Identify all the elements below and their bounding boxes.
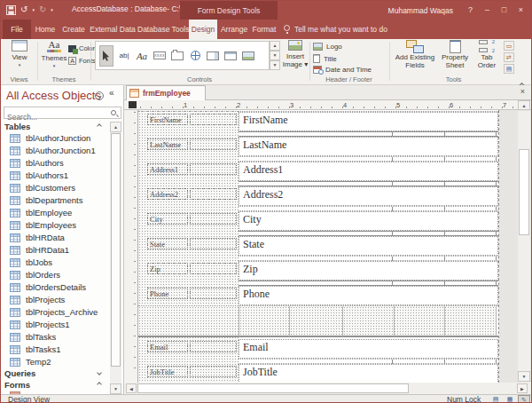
close-document-icon[interactable]: × <box>520 87 525 96</box>
empty-grid-box[interactable] <box>190 288 237 299</box>
empty-grid-box[interactable] <box>190 163 237 175</box>
nav-table-item[interactable]: tblAuthors1 <box>1 170 109 182</box>
view-button[interactable]: View ▾ <box>4 40 35 67</box>
nav-scrollbar[interactable]: ▲ ▼ <box>110 122 121 394</box>
insert-image-button[interactable]: Insert Image ▾ <box>282 40 309 68</box>
nav-scrollbar-thumb[interactable] <box>111 133 121 367</box>
tab-arrange[interactable]: Arrange <box>219 20 249 39</box>
nav-table-item[interactable]: tblEmployees <box>1 219 109 232</box>
nav-table-item[interactable]: tblHRData <box>1 232 109 244</box>
add-existing-fields-button[interactable]: Add Existing Fields <box>395 40 435 69</box>
property-sheet-button[interactable]: Property Sheet <box>438 40 472 69</box>
form-detail-section[interactable]: FirstName FirstName LastName LastName Ad… <box>138 110 499 383</box>
field-textbox[interactable]: Address1 <box>239 162 498 181</box>
field-textbox[interactable]: FirstName <box>239 112 498 131</box>
gallery-down-icon[interactable]: ▼ <box>270 51 280 60</box>
nav-table-item[interactable]: tblHRData1 <box>1 244 109 257</box>
web-browser-control[interactable] <box>223 45 238 67</box>
empty-grid-box[interactable] <box>190 138 237 150</box>
nav-table-item[interactable]: Temp2 <box>1 356 109 368</box>
help-button[interactable]: ? <box>464 3 477 18</box>
field-textbox[interactable]: Phone <box>239 286 498 305</box>
field-label-box[interactable]: City <box>147 213 188 225</box>
scroll-right-icon[interactable]: ▶ <box>517 383 528 393</box>
save-icon[interactable] <box>6 5 16 15</box>
undo-icon[interactable]: ↺ <box>20 4 27 16</box>
scroll-up-icon[interactable]: ▲ <box>518 100 530 110</box>
date-time-button[interactable]: Date and Time <box>313 66 372 74</box>
search-box[interactable] <box>4 107 121 119</box>
datasheet-view-icon[interactable]: ▦ <box>504 395 516 403</box>
title-button[interactable]: Title <box>313 54 337 63</box>
tell-me-box[interactable]: Tell me what you want to do <box>294 20 387 39</box>
tab-create[interactable]: Create <box>59 20 88 39</box>
nav-table-item[interactable]: tblAuthorJunction <box>1 132 109 145</box>
maximize-button[interactable]: □ <box>497 3 511 18</box>
field-textbox[interactable]: Address2 <box>239 186 498 206</box>
field-label-box[interactable]: Zip <box>147 263 188 274</box>
field-label-box[interactable]: LastName <box>147 138 188 150</box>
field-label-box[interactable]: State <box>147 238 188 249</box>
nav-table-item[interactable]: tblCustomers <box>1 182 109 194</box>
field-label-box[interactable]: Address2 <box>147 188 188 200</box>
empty-grid-box[interactable] <box>190 341 237 352</box>
design-view-icon[interactable]: ✎ <box>518 395 530 403</box>
logo-button[interactable]: Logo <box>313 43 342 51</box>
field-label-box[interactable]: Address1 <box>147 163 188 175</box>
navigation-control[interactable] <box>241 45 255 67</box>
view-code-icon[interactable]: ▤ <box>504 64 514 74</box>
nav-group-forms[interactable]: Forms <box>4 380 98 391</box>
tab-home[interactable]: Home <box>33 20 58 39</box>
field-textbox[interactable]: City <box>239 211 498 231</box>
select-pointer-control[interactable] <box>99 45 113 67</box>
nav-table-item[interactable]: tblOrdersDetails <box>1 281 109 294</box>
shutter-bar-close-icon[interactable]: « <box>109 88 114 98</box>
account-name[interactable]: Muhammad Waqas <box>388 6 453 15</box>
scroll-left-icon[interactable]: ◀ <box>126 383 137 393</box>
nav-table-item[interactable]: tblTasks1 <box>1 344 109 356</box>
scroll-down-icon[interactable]: ▼ <box>110 383 121 394</box>
minimize-button[interactable]: – <box>481 3 494 18</box>
nav-table-item[interactable]: tblTasks <box>1 331 109 344</box>
field-textbox[interactable]: Zip <box>239 261 498 281</box>
hyperlink-control[interactable] <box>188 45 202 67</box>
text-box-control[interactable]: ab| <box>117 45 131 67</box>
gallery-up-icon[interactable]: ▲ <box>270 41 280 51</box>
document-tab-frmEmployee[interactable]: frmEmployee <box>126 85 206 100</box>
nav-table-item[interactable]: tblEmployee <box>1 207 109 219</box>
form-view-icon[interactable]: ▤ <box>489 395 502 403</box>
nav-table-item[interactable]: tblJobs <box>1 257 109 269</box>
scroll-down-icon[interactable]: ▼ <box>518 371 530 382</box>
form-selector-box[interactable] <box>129 101 137 108</box>
field-label-box[interactable]: FirstName <box>147 114 188 125</box>
empty-grid-box[interactable] <box>190 263 237 274</box>
horizontal-scrollbar[interactable]: ◀ ▶ <box>124 383 531 394</box>
empty-grid-box[interactable] <box>190 114 237 125</box>
vertical-scrollbar[interactable]: ▼ <box>518 111 530 383</box>
field-textbox[interactable]: LastName <box>239 137 498 156</box>
subform-icon[interactable]: ▭ <box>504 41 514 51</box>
field-textbox[interactable]: Email <box>239 339 498 359</box>
scroll-up-icon[interactable]: ▲ <box>110 122 121 132</box>
label-control[interactable]: Aa <box>135 45 149 67</box>
gallery-more-icon[interactable]: ▼ <box>270 60 280 70</box>
tab-external-data[interactable]: External Data <box>90 20 136 39</box>
field-label-box[interactable]: JobTitle <box>147 366 188 377</box>
tab-file[interactable]: File <box>3 20 31 39</box>
nav-group-queries[interactable]: Queries <box>4 368 98 380</box>
close-button[interactable]: × <box>514 3 528 18</box>
nav-table-item[interactable]: tblProjects <box>1 294 109 306</box>
empty-grid-box[interactable] <box>190 238 237 249</box>
nav-table-item[interactable]: tblDepartments <box>1 194 109 207</box>
nav-table-item[interactable]: tblProjects_Archive <box>1 306 109 319</box>
tab-design[interactable]: Design <box>189 20 217 39</box>
convert-macros-icon[interactable]: ⇄ <box>504 52 514 62</box>
tab-order-button[interactable]: 22 Tab Order <box>473 40 500 69</box>
nav-table-item[interactable]: tblProjects1 <box>1 319 109 331</box>
vertical-scrollbar-thumb[interactable] <box>519 149 529 235</box>
nav-table-item[interactable]: tblAuthors <box>1 157 109 170</box>
empty-grid-box[interactable] <box>190 213 237 225</box>
empty-grid-box[interactable] <box>190 366 237 377</box>
nav-table-item[interactable]: tblAuthorJunction1 <box>1 145 109 157</box>
undo-dropdown-icon[interactable]: ▾ <box>32 7 35 12</box>
